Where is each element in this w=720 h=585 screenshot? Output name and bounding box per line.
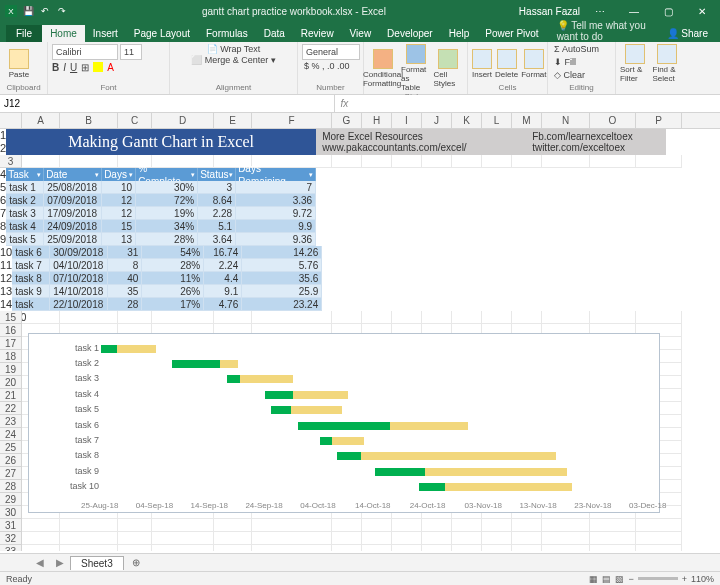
tab-help[interactable]: Help [441,25,478,42]
col-header[interactable]: D [152,113,214,128]
row-header[interactable]: 21 [0,389,22,402]
tab-power-pivot[interactable]: Power Pivot [477,25,546,42]
row-header[interactable]: 15 [0,311,22,324]
col-header[interactable]: I [392,113,422,128]
row-header[interactable]: 22 [0,402,22,415]
col-header[interactable]: G [332,113,362,128]
row-header[interactable]: 31 [0,519,22,532]
sort-filter-button[interactable]: Sort & Filter [620,44,650,83]
clear-button[interactable]: ◇ Clear [552,70,587,80]
table-row[interactable]: task 630/09/20183154%16.7414.26 [12,246,322,259]
find-select-button[interactable]: Find & Select [653,44,683,83]
tab-data[interactable]: Data [256,25,293,42]
tab-review[interactable]: Review [293,25,342,42]
row-header[interactable]: 32 [0,532,22,545]
col-header[interactable]: J [422,113,452,128]
row-header[interactable]: 25 [0,441,22,454]
table-row[interactable]: task 207/09/20181272%8.643.36 [6,194,316,207]
tab-formulas[interactable]: Formulas [198,25,256,42]
paste-button[interactable]: Paste [4,49,34,79]
tab-home[interactable]: Home [42,25,85,42]
tab-prev-icon[interactable]: ◀ [30,557,50,568]
bold-button[interactable]: B [52,62,59,73]
col-header[interactable]: E [214,113,252,128]
close-icon[interactable]: ✕ [688,0,716,22]
col-header[interactable]: O [590,113,636,128]
table-header-cell[interactable]: % Complete▾ [136,168,198,181]
font-name[interactable]: Calibri [52,44,118,60]
italic-button[interactable]: I [63,62,66,73]
fill-color-button[interactable] [93,62,103,72]
table-header-cell[interactable]: Days Remaining▾ [236,168,316,181]
row-header[interactable]: 20 [0,376,22,389]
border-button[interactable]: ⊞ [81,62,89,73]
table-header-cell[interactable]: Status▾ [198,168,236,181]
redo-icon[interactable]: ↷ [55,4,69,18]
worksheet[interactable]: ABCDEFGHIJKLMNOP 12Making Gantt Chart in… [0,113,720,551]
font-color-button[interactable]: A [107,62,114,73]
table-row[interactable]: task 704/10/2018828%2.245.76 [12,259,322,272]
table-row[interactable]: task 424/09/20181534%5.19.9 [6,220,316,233]
delete-cells-button[interactable]: Delete [495,49,518,79]
view-normal-icon[interactable]: ▦ [589,574,598,584]
table-row[interactable]: task 125/08/20181030%37 [6,181,316,194]
row-header[interactable]: 29 [0,493,22,506]
save-icon[interactable]: 💾 [21,4,35,18]
table-row[interactable]: task 1022/10/20182817%4.7623.24 [12,298,322,311]
font-size[interactable]: 11 [120,44,142,60]
conditional-formatting-button[interactable]: Conditional Formatting [368,49,398,88]
col-header[interactable]: P [636,113,682,128]
user-name[interactable]: Hassan Fazal [519,6,580,17]
col-header[interactable]: N [542,113,590,128]
zoom-slider[interactable] [638,577,678,580]
col-header[interactable]: C [118,113,152,128]
share-button[interactable]: 👤 Share [661,25,714,42]
maximize-icon[interactable]: ▢ [654,0,682,22]
zoom-level[interactable]: 110% [691,574,714,584]
wrap-text-button[interactable]: 📄 Wrap Text [207,44,261,54]
col-header[interactable]: M [512,113,542,128]
formula-input[interactable] [395,95,721,112]
zoom-in-icon[interactable]: + [682,574,687,584]
cell-styles-button[interactable]: Cell Styles [434,49,464,88]
row-header[interactable]: 16 [0,324,22,337]
select-all-corner[interactable] [0,113,22,128]
tab-file[interactable]: File [6,25,42,42]
undo-icon[interactable]: ↶ [38,4,52,18]
zoom-out-icon[interactable]: − [628,574,633,584]
row-header[interactable]: 23 [0,415,22,428]
row-header[interactable]: 19 [0,363,22,376]
col-header[interactable]: B [60,113,118,128]
row-header[interactable]: 30 [0,506,22,519]
row-header[interactable]: 24 [0,428,22,441]
tab-page-layout[interactable]: Page Layout [126,25,198,42]
sheet-tab-active[interactable]: Sheet3 [70,556,124,570]
gantt-chart[interactable]: task 1task 2task 3task 4task 5task 6task… [28,333,660,513]
table-header-cell[interactable]: Days▾ [102,168,136,181]
view-page-icon[interactable]: ▤ [602,574,611,584]
number-format[interactable]: General [302,44,360,60]
row-header[interactable]: 17 [0,337,22,350]
tab-view[interactable]: View [342,25,380,42]
fx-icon[interactable]: fx [335,98,395,109]
merge-center-button[interactable]: ⬜ Merge & Center ▾ [191,55,276,65]
col-header[interactable]: F [252,113,332,128]
row-header[interactable]: 28 [0,480,22,493]
view-break-icon[interactable]: ▧ [615,574,624,584]
row-header[interactable]: 18 [0,350,22,363]
insert-cells-button[interactable]: Insert [472,49,492,79]
row-header[interactable]: 3 [0,155,22,168]
table-header-cell[interactable]: Date▾ [44,168,102,181]
col-header[interactable]: K [452,113,482,128]
fill-button[interactable]: ⬇ Fill [552,57,578,67]
table-row[interactable]: task 317/09/20181219%2.289.72 [6,207,316,220]
ribbon-options-icon[interactable]: ⋯ [586,0,614,22]
col-header[interactable]: L [482,113,512,128]
table-row[interactable]: task 914/10/20183526%9.125.9 [12,285,322,298]
tab-insert[interactable]: Insert [85,25,126,42]
format-cells-button[interactable]: Format [521,49,546,79]
row-header[interactable]: 27 [0,467,22,480]
table-row[interactable]: task 525/09/20181328%3.649.36 [6,233,316,246]
new-sheet-button[interactable]: ⊕ [124,557,148,568]
tab-next-icon[interactable]: ▶ [50,557,70,568]
